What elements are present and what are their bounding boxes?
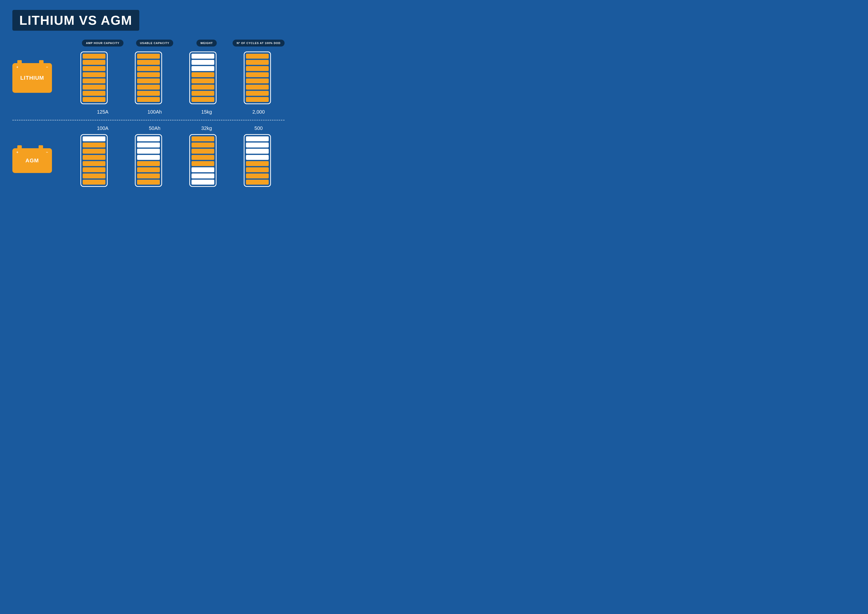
bar-5 [192, 161, 214, 166]
bar-2 [246, 143, 269, 147]
col-header-label-cycles: Nº OF CYCLES AT 100% DOD [232, 40, 284, 47]
bar-8 [192, 180, 214, 185]
bar-2 [246, 60, 269, 65]
bar-3 [246, 66, 269, 71]
bar-5 [83, 79, 105, 84]
bar-3 [137, 149, 160, 154]
lithium-terminals [17, 60, 43, 64]
lithium-amp-hour-bars [81, 51, 108, 104]
agm-cycles-value: 500 [232, 126, 285, 131]
bar-7 [246, 174, 269, 178]
bar-6 [192, 167, 214, 172]
agm-plus-sign: + [16, 150, 18, 154]
bar-1 [192, 54, 214, 59]
bar-1 [137, 136, 160, 141]
bar-7 [137, 91, 160, 96]
lithium-amp-hour-col [67, 51, 121, 104]
agm-section: + − AGM [12, 134, 285, 187]
bar-7 [137, 174, 160, 178]
bar-3 [83, 66, 105, 71]
lithium-minus-sign: − [46, 65, 48, 69]
bar-6 [137, 167, 160, 172]
agm-amp-hour-col [67, 134, 121, 187]
bar-1 [83, 136, 105, 141]
agm-cycles-bars [244, 134, 271, 187]
bar-4 [192, 72, 214, 77]
page-title: LITHIUM VS AGM [19, 13, 132, 28]
col-header-label-weight: WEIGHT [197, 40, 217, 47]
bar-4 [83, 72, 105, 77]
agm-name-label: AGM [25, 157, 39, 164]
lithium-terminal-pos [17, 60, 22, 64]
agm-weight-col [176, 134, 230, 187]
bar-1 [192, 136, 214, 141]
col-header-label-amp-hour: AMP HOUR CAPACITY [82, 40, 123, 47]
lithium-usable-bars [135, 51, 162, 104]
lithium-plus-sign: + [16, 65, 18, 69]
col-header-weight: WEIGHT [181, 40, 232, 47]
agm-usable-value: 50Ah [129, 126, 181, 131]
bar-6 [246, 167, 269, 172]
bar-2 [192, 60, 214, 65]
bar-8 [137, 180, 160, 185]
bar-8 [246, 97, 269, 102]
agm-usable-bars [135, 134, 162, 187]
bar-3 [83, 149, 105, 154]
page: LITHIUM VS AGM AMP HOUR CAPACITY USABLE … [0, 0, 297, 210]
bar-3 [137, 66, 160, 71]
lithium-data-columns [67, 51, 285, 104]
col-header-usable: USABLE CAPACITY [129, 40, 181, 47]
bar-4 [137, 72, 160, 77]
title-box: LITHIUM VS AGM [12, 10, 139, 31]
bar-7 [192, 174, 214, 178]
lithium-terminal-neg [39, 60, 43, 64]
agm-battery-icon: + − AGM [12, 148, 52, 173]
agm-terminal-neg [39, 145, 43, 149]
bar-6 [192, 85, 214, 90]
lithium-weight-value: 15kg [181, 109, 232, 115]
bar-5 [246, 79, 269, 84]
lithium-name-label: LITHIUM [20, 75, 44, 81]
bar-5 [83, 161, 105, 166]
col-header-cycles: Nº OF CYCLES AT 100% DOD [232, 40, 285, 47]
bar-3 [192, 149, 214, 154]
agm-values-row: 100A 50Ah 32kg 500 [77, 126, 285, 131]
bar-8 [192, 97, 214, 102]
agm-data-columns [67, 134, 285, 187]
bar-5 [192, 79, 214, 84]
bar-6 [137, 85, 160, 90]
agm-terminal-pos [17, 145, 22, 149]
bar-4 [246, 155, 269, 160]
bar-8 [83, 97, 105, 102]
bar-3 [192, 66, 214, 71]
bar-3 [246, 149, 269, 154]
lithium-usable-value: 100Ah [129, 109, 181, 115]
bar-6 [83, 167, 105, 172]
bar-4 [192, 155, 214, 160]
lithium-section: + − LITHIUM [12, 51, 285, 104]
bar-5 [137, 161, 160, 166]
bar-5 [246, 161, 269, 166]
lithium-cycles-value: 2,000 [232, 109, 285, 115]
bar-1 [246, 54, 269, 59]
lithium-weight-col [176, 51, 230, 104]
agm-weight-value: 32kg [181, 126, 232, 131]
lithium-usable-col [121, 51, 176, 104]
agm-minus-sign: − [46, 150, 48, 154]
bar-4 [246, 72, 269, 77]
bar-1 [246, 136, 269, 141]
agm-label-area: + − AGM [12, 148, 67, 173]
lithium-battery-icon: + − LITHIUM [12, 63, 52, 93]
bar-2 [83, 143, 105, 147]
bar-6 [246, 85, 269, 90]
agm-weight-bars [189, 134, 217, 187]
lithium-values-row: 125A 100Ah 15kg 2,000 [77, 109, 285, 115]
agm-amp-hour-value: 100A [77, 126, 129, 131]
agm-terminals [17, 145, 43, 149]
agm-amp-hour-bars [81, 134, 108, 187]
bar-8 [246, 180, 269, 185]
bar-7 [246, 91, 269, 96]
lithium-label-area: + − LITHIUM [12, 63, 67, 93]
bar-7 [192, 91, 214, 96]
col-header-label-usable: USABLE CAPACITY [136, 40, 174, 47]
